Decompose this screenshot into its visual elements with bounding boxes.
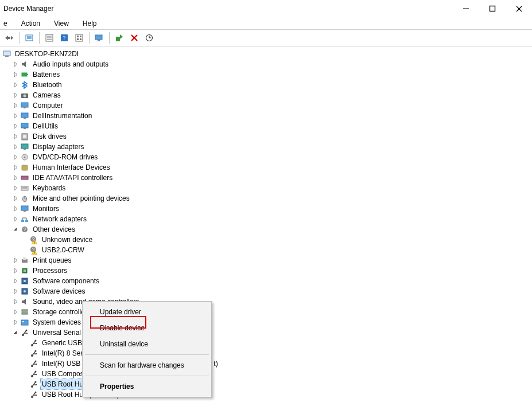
device-tree[interactable]: DESKTOP-EKN72DI Audio inputs and outputs… bbox=[0, 46, 532, 400]
tree-category[interactable]: Bluetooth bbox=[11, 80, 532, 90]
enable-device-button[interactable] bbox=[112, 31, 126, 45]
tree-root[interactable]: DESKTOP-EKN72DI bbox=[2, 49, 532, 59]
expander-closed-icon[interactable] bbox=[11, 143, 20, 151]
menu-file[interactable]: e bbox=[1, 19, 10, 28]
expander-closed-icon[interactable] bbox=[11, 215, 20, 223]
tree-category-label: Print queues bbox=[32, 255, 72, 266]
monitor-icon bbox=[20, 122, 29, 131]
close-button[interactable] bbox=[506, 0, 532, 17]
tree-category[interactable]: DVD/CD-ROM drives bbox=[11, 152, 532, 162]
monitor-icon bbox=[20, 101, 29, 110]
tree-category[interactable]: Keyboards bbox=[11, 183, 532, 193]
tree-category[interactable]: Batteries bbox=[11, 69, 532, 80]
tree-category[interactable]: DellInstrumentation bbox=[11, 111, 532, 121]
ctx-update-driver[interactable]: Update driver bbox=[84, 304, 210, 320]
expander-closed-icon[interactable] bbox=[11, 91, 20, 99]
toolbar: ? bbox=[0, 30, 532, 46]
expander-closed-icon[interactable] bbox=[11, 205, 20, 213]
menu-help[interactable]: Help bbox=[80, 19, 99, 28]
tree-category[interactable]: Software devices bbox=[11, 286, 532, 296]
tree-category[interactable]: DellUtils bbox=[11, 121, 532, 131]
ctx-properties[interactable]: Properties bbox=[84, 378, 210, 395]
ctx-disable-device[interactable]: Disable device bbox=[84, 320, 210, 336]
expander-closed-icon[interactable] bbox=[11, 277, 20, 285]
tree-category[interactable]: Computer bbox=[11, 100, 532, 111]
tree-category[interactable]: Audio inputs and outputs bbox=[11, 59, 532, 69]
svg-rect-75 bbox=[22, 313, 28, 314]
tree-device[interactable]: ?!Unknown device bbox=[21, 235, 532, 245]
scan-hardware-button[interactable] bbox=[142, 31, 156, 45]
tree-category[interactable]: Display adapters bbox=[11, 142, 532, 152]
menu-bar: e Action View Help bbox=[0, 18, 532, 30]
tree-category[interactable]: Disk drives bbox=[11, 131, 532, 142]
tree-category-label: DellInstrumentation bbox=[32, 111, 93, 121]
show-hidden-devices-button[interactable] bbox=[22, 31, 36, 45]
expander-closed-icon[interactable] bbox=[11, 184, 20, 192]
tree-device-label: USB Compos bbox=[41, 369, 85, 379]
expander-closed-icon[interactable] bbox=[11, 102, 20, 110]
monitor-icon bbox=[20, 204, 29, 213]
usb-icon bbox=[20, 328, 29, 337]
expander-closed-icon[interactable] bbox=[11, 174, 20, 182]
tree-category[interactable]: Human Interface Devices bbox=[11, 162, 532, 173]
tree-category[interactable]: Processors bbox=[11, 266, 532, 276]
expander-closed-icon[interactable] bbox=[11, 112, 20, 120]
expander-closed-icon[interactable] bbox=[11, 163, 20, 171]
svg-rect-30 bbox=[21, 103, 28, 107]
svg-rect-39 bbox=[24, 149, 26, 150]
expander-closed-icon[interactable] bbox=[11, 132, 20, 140]
ctx-scan-hardware[interactable]: Scan for hardware changes bbox=[84, 357, 210, 373]
svg-rect-52 bbox=[25, 220, 28, 222]
tree-category[interactable]: Mice and other pointing devices bbox=[11, 193, 532, 204]
tree-category-label: Software devices bbox=[32, 286, 86, 296]
expander-closed-icon[interactable] bbox=[11, 308, 20, 316]
svg-line-84 bbox=[32, 341, 36, 345]
expander-closed-icon[interactable] bbox=[11, 318, 20, 326]
expander-open-icon[interactable] bbox=[11, 329, 20, 337]
tree-category[interactable]: Monitors bbox=[11, 204, 532, 214]
tree-category[interactable]: Software components bbox=[11, 276, 532, 286]
tree-category[interactable]: Print queues bbox=[11, 255, 532, 266]
expander-closed-icon[interactable] bbox=[11, 71, 20, 79]
svg-rect-26 bbox=[22, 73, 27, 76]
svg-rect-24 bbox=[3, 51, 10, 56]
svg-rect-82 bbox=[26, 333, 28, 334]
uninstall-device-button[interactable] bbox=[127, 31, 141, 45]
expander-closed-icon[interactable] bbox=[11, 256, 20, 264]
expander-closed-icon[interactable] bbox=[11, 60, 20, 68]
svg-rect-34 bbox=[21, 123, 28, 128]
svg-point-105 bbox=[35, 381, 37, 383]
expander-closed-icon[interactable] bbox=[11, 267, 20, 275]
help-button[interactable]: ? bbox=[57, 31, 71, 45]
expander-closed-icon[interactable] bbox=[11, 122, 20, 130]
svg-rect-87 bbox=[36, 343, 37, 344]
tree-category[interactable]: ?Other devices bbox=[11, 224, 532, 235]
menu-view[interactable]: View bbox=[52, 19, 71, 28]
back-forward-button[interactable] bbox=[2, 31, 16, 45]
expander-open-icon[interactable] bbox=[11, 225, 20, 233]
menu-action[interactable]: Action bbox=[19, 19, 42, 28]
ctx-uninstall-device[interactable]: Uninstall device bbox=[84, 336, 210, 352]
expander-closed-icon[interactable] bbox=[11, 81, 20, 89]
hid-icon bbox=[20, 163, 29, 172]
icons-button[interactable] bbox=[72, 31, 86, 45]
tree-category-label: Computer bbox=[32, 100, 64, 111]
svg-point-41 bbox=[24, 157, 26, 158]
update-driver-button[interactable] bbox=[92, 31, 106, 45]
expander-closed-icon[interactable] bbox=[11, 298, 20, 306]
tree-category[interactable]: IDE ATA/ATAPI controllers bbox=[11, 173, 532, 183]
expander-closed-icon[interactable] bbox=[11, 287, 20, 295]
expander-closed-icon[interactable] bbox=[11, 153, 20, 161]
tree-category[interactable]: Network adapters bbox=[11, 214, 532, 224]
tree-category-label: Storage controlle bbox=[32, 307, 86, 317]
tree-category[interactable]: Cameras bbox=[11, 90, 532, 100]
details-button[interactable] bbox=[42, 31, 56, 45]
expander-closed-icon[interactable] bbox=[11, 194, 20, 202]
expander-placeholder bbox=[21, 246, 29, 254]
tree-category-label: Monitors bbox=[32, 204, 60, 214]
svg-rect-107 bbox=[36, 384, 37, 385]
tree-device[interactable]: ?!USB2.0-CRW bbox=[21, 245, 532, 255]
tree-category-label: Bluetooth bbox=[32, 80, 63, 90]
maximize-button[interactable] bbox=[479, 0, 506, 17]
minimize-button[interactable] bbox=[453, 0, 479, 17]
